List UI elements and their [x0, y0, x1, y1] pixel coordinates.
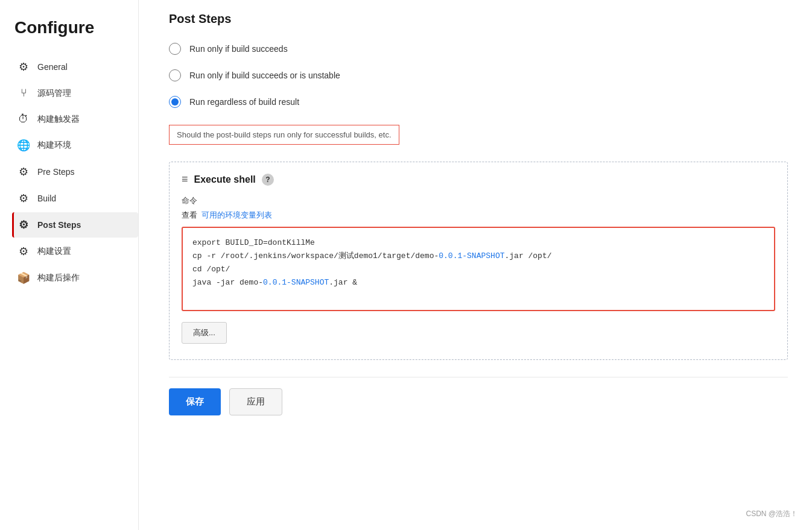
sidebar-item-env[interactable]: 🌐 构建环境	[12, 133, 138, 158]
radio-option-success[interactable]: Run only if build succeeds	[169, 43, 788, 55]
gear-icon: ⚙	[17, 192, 30, 205]
hamburger-icon: ≡	[182, 173, 188, 186]
radio-option-unstable[interactable]: Run only if build succeeds or is unstabl…	[169, 69, 788, 81]
apply-button[interactable]: 应用	[229, 388, 282, 415]
globe-icon: 🌐	[17, 139, 30, 152]
footer-buttons: 保存 应用	[169, 377, 788, 415]
sidebar-title: Configure	[12, 18, 138, 37]
sidebar: Configure ⚙ General ⑂ 源码管理 ⏱ 构建触发器 🌐 构建环…	[0, 0, 139, 530]
sidebar-item-presteps[interactable]: ⚙ Pre Steps	[12, 159, 138, 185]
command-label: 命令	[182, 195, 775, 206]
source-icon: ⑂	[17, 87, 30, 99]
gear-icon: ⚙	[17, 60, 30, 74]
code-line-1: export BUILD_ID=dontKillMe	[192, 236, 764, 250]
radio-success-label: Run only if build succeeds	[189, 44, 288, 54]
sidebar-item-build[interactable]: ⚙ Build	[12, 186, 138, 211]
code-line-3: cd /opt/	[192, 263, 764, 276]
section-title: Post Steps	[169, 12, 788, 26]
execute-shell-box: ≡ Execute shell ? 命令 查看 可用的环境变量列表 export…	[169, 162, 788, 360]
radio-option-always[interactable]: Run regardless of build result	[169, 96, 788, 108]
radio-group: Run only if build succeeds Run only if b…	[169, 43, 788, 108]
package-icon: 📦	[17, 271, 30, 285]
sidebar-item-source[interactable]: ⑂ 源码管理	[12, 81, 138, 106]
advanced-button[interactable]: 高级...	[182, 322, 227, 344]
env-link-line: 查看 可用的环境变量列表	[182, 210, 775, 221]
radio-always[interactable]	[169, 96, 181, 108]
execute-shell-title: Execute shell	[194, 174, 256, 185]
gear-icon: ⚙	[17, 245, 30, 258]
execute-shell-header: ≡ Execute shell ?	[182, 173, 775, 186]
help-badge[interactable]: ?	[262, 174, 274, 186]
sidebar-item-label: 源码管理	[37, 88, 71, 99]
env-link-prefix: 查看	[182, 210, 197, 219]
sidebar-item-build-settings[interactable]: ⚙ 构建设置	[12, 239, 138, 264]
sidebar-item-label: 构建触发器	[37, 114, 80, 125]
sidebar-item-label: 构建环境	[37, 140, 71, 151]
sidebar-item-general[interactable]: ⚙ General	[12, 54, 138, 80]
sidebar-item-label: Post Steps	[37, 220, 81, 230]
sidebar-item-trigger[interactable]: ⏱ 构建触发器	[12, 107, 138, 131]
save-button[interactable]: 保存	[169, 388, 221, 415]
watermark: CSDN @浩浩！	[746, 509, 798, 519]
radio-always-label: Run regardless of build result	[189, 97, 299, 107]
help-text: Should the post-build steps run only for…	[169, 125, 399, 145]
code-editor[interactable]: export BUILD_ID=dontKillMe cp -r /root/.…	[182, 227, 775, 311]
radio-unstable[interactable]	[169, 69, 181, 81]
sidebar-item-label: General	[37, 62, 68, 72]
radio-unstable-label: Run only if build succeeds or is unstabl…	[189, 71, 340, 80]
code-line-2: cp -r /root/.jenkins/workspace/测试demo1/t…	[192, 250, 764, 263]
sidebar-item-post-action[interactable]: 📦 构建后操作	[12, 265, 138, 291]
main-content: Post Steps Run only if build succeeds Ru…	[139, 0, 812, 530]
gear-icon: ⚙	[17, 218, 30, 232]
sidebar-item-poststeps[interactable]: ⚙ Post Steps	[12, 212, 138, 238]
sidebar-item-label: Build	[37, 194, 56, 203]
radio-success[interactable]	[169, 43, 181, 55]
code-line-4: java -jar demo-0.0.1-SNAPSHOT.jar &	[192, 276, 764, 289]
env-link[interactable]: 可用的环境变量列表	[201, 210, 272, 219]
sidebar-item-label: 构建设置	[37, 246, 71, 257]
sidebar-item-label: Pre Steps	[37, 167, 74, 177]
clock-icon: ⏱	[17, 113, 30, 125]
gear-icon: ⚙	[17, 165, 30, 178]
sidebar-item-label: 构建后操作	[37, 273, 80, 283]
